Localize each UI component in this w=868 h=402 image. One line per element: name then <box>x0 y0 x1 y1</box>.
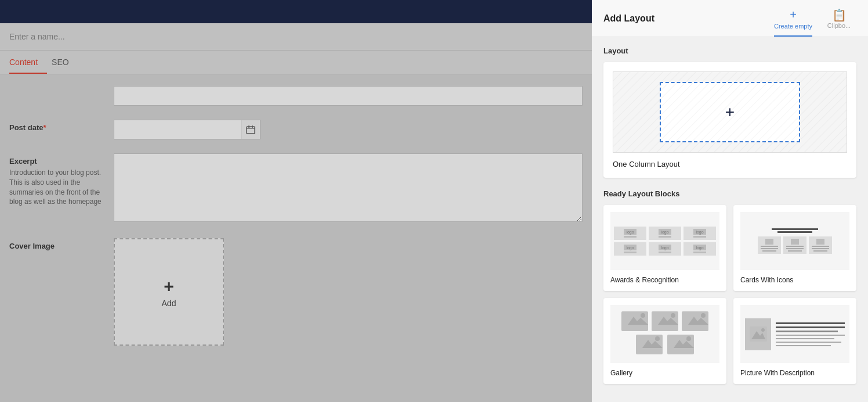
title-input[interactable] <box>114 86 583 106</box>
cards-with-icons-preview <box>740 212 849 270</box>
form-panel: Content SEO Post date* <box>0 0 592 402</box>
excerpt-label: Excerpt Introduction to your blog post. … <box>9 153 114 207</box>
excerpt-field <box>114 153 583 224</box>
layout-panel: Add Layout + Create empty 📋 Clipbo... La… <box>592 0 868 402</box>
awards-recognition-label: Awards & Recognition <box>610 276 719 284</box>
postdate-input[interactable] <box>114 120 241 139</box>
name-input-row <box>0 23 592 51</box>
svg-point-17 <box>655 336 660 341</box>
layout-panel-actions: + Create empty 📋 Clipbo... <box>774 8 856 37</box>
pwd-mountain-icon <box>750 326 767 342</box>
svg-point-11 <box>671 313 675 318</box>
one-column-label: One Column Layout <box>613 160 847 168</box>
postdate-label: Post date* <box>9 120 114 132</box>
one-column-preview: + <box>613 71 847 153</box>
ready-blocks-grid: logo logo logo logo logo logo Awards & R… <box>603 205 856 384</box>
picture-with-description-preview <box>740 305 849 363</box>
picture-with-description-label: Picture With Description <box>740 369 849 377</box>
create-empty-icon: + <box>790 8 797 21</box>
tabs-row: Content SEO <box>0 51 592 74</box>
layout-section-title: Layout <box>603 46 856 55</box>
calendar-icon-button[interactable] <box>241 120 261 139</box>
form-row-cover-image: Cover Image + Add <box>9 238 583 346</box>
add-image-icon: + <box>164 277 174 296</box>
postdate-field <box>114 120 583 139</box>
awards-recognition-preview: logo logo logo logo logo logo <box>610 212 719 270</box>
svg-rect-0 <box>247 127 255 134</box>
svg-rect-5 <box>613 72 847 152</box>
gallery-preview <box>610 305 719 363</box>
cards-with-icons-label: Cards With Icons <box>740 276 849 284</box>
form-row-excerpt: Excerpt Introduction to your blog post. … <box>9 153 583 224</box>
excerpt-textarea[interactable] <box>114 153 583 222</box>
tab-seo[interactable]: SEO <box>52 51 78 74</box>
top-bar <box>0 0 592 23</box>
layout-panel-header: Add Layout + Create empty 📋 Clipbo... <box>592 0 868 37</box>
name-input[interactable] <box>9 32 583 41</box>
form-row-postdate: Post date* <box>9 120 583 139</box>
cover-image-field: + Add <box>114 238 583 346</box>
svg-point-23 <box>761 328 765 332</box>
form-row-title <box>9 86 583 106</box>
cover-image-label: Cover Image <box>9 238 114 250</box>
tab-content[interactable]: Content <box>9 51 47 74</box>
title-label <box>9 86 114 89</box>
ready-blocks-section-title: Ready Layout Blocks <box>603 189 856 198</box>
svg-point-14 <box>701 313 706 318</box>
gallery-svg <box>614 308 716 358</box>
clipboard-label: Clipbo... <box>827 22 851 29</box>
gallery-label: Gallery <box>610 369 719 377</box>
svg-point-8 <box>641 313 645 318</box>
picture-with-description-card[interactable]: Picture With Description <box>733 298 856 384</box>
preview-bg-pattern <box>613 72 847 152</box>
layout-panel-body: Layout + One Column Layout Rea <box>592 37 868 402</box>
create-empty-button[interactable]: + Create empty <box>774 8 812 37</box>
pwd-text-lines <box>776 322 845 346</box>
gallery-card[interactable]: Gallery <box>603 298 726 384</box>
calendar-icon <box>246 125 255 134</box>
one-column-layout-card[interactable]: + One Column Layout <box>603 62 856 178</box>
form-content: Post date* <box>0 74 592 402</box>
required-star: * <box>44 123 46 132</box>
pwd-image-placeholder <box>745 318 771 350</box>
title-field <box>114 86 583 106</box>
clipboard-icon: 📋 <box>832 8 847 22</box>
awards-recognition-card[interactable]: logo logo logo logo logo logo Awards & R… <box>603 205 726 291</box>
cover-image-upload[interactable]: + Add <box>114 238 224 346</box>
layout-panel-title: Add Layout <box>603 13 654 32</box>
cards-with-icons-card[interactable]: Cards With Icons <box>733 205 856 291</box>
clipboard-button[interactable]: 📋 Clipbo... <box>822 8 856 37</box>
create-empty-label: Create empty <box>774 23 812 30</box>
svg-point-20 <box>686 336 691 341</box>
add-image-label: Add <box>162 299 176 308</box>
